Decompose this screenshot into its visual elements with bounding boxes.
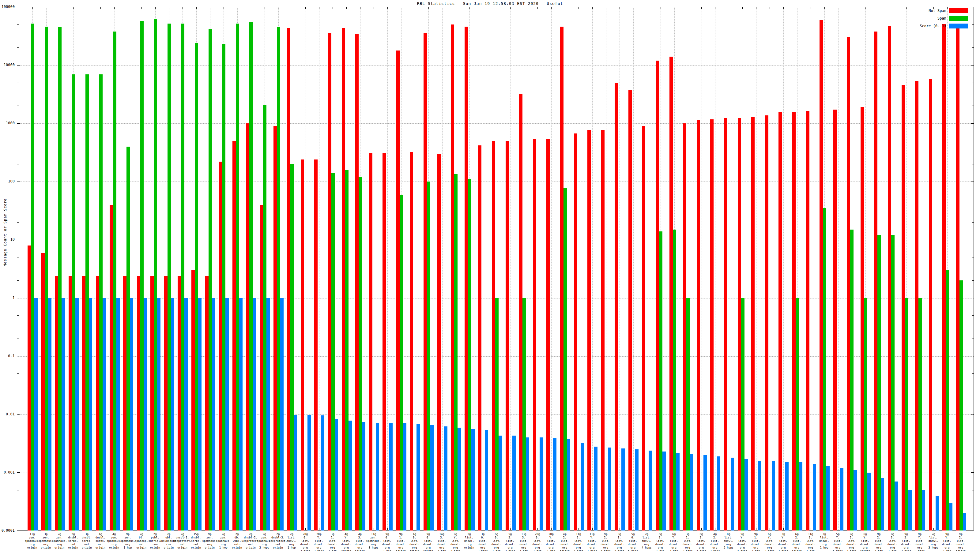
bar-not-spam [656,60,659,530]
x-tick-mark [73,7,73,9]
bar-spam [195,43,198,530]
y-tick-mark [17,123,20,124]
y-minor-tick [972,397,974,397]
bar-score [581,443,584,530]
bar-not-spam [670,57,673,530]
bar-not-spam [833,110,837,530]
y-minor-tick [17,106,19,106]
y-gridline [17,181,974,182]
x-gridline [606,7,606,530]
bar-score [75,298,79,530]
bar-score [717,456,720,530]
bar-score [253,298,256,530]
x-tick-mark [251,7,251,9]
bar-score [485,430,488,530]
bar-score [335,419,338,530]
bar-spam [113,32,116,530]
bar-spam [31,24,34,530]
x-tick-mark [292,7,292,9]
y-minor-tick [972,513,974,513]
bar-score [362,422,365,530]
x-tick-mark [128,7,128,9]
bar-score [731,457,734,530]
bar-not-spam [55,276,58,530]
bar-score [185,298,188,530]
x-tick-mark [155,7,156,9]
y-axis-label: Message Count or Spam Score [3,198,7,266]
bar-score [225,298,229,530]
bar-not-spam [492,141,495,530]
bar-spam [331,173,335,530]
bar-not-spam [96,276,99,530]
bar-score [157,298,161,530]
bar-score [745,459,748,530]
x-tick-label: 9@ 2. list. dnswl. org origin [942,533,979,551]
x-tick-mark [592,528,593,530]
y-minor-tick [972,106,974,106]
bar-score [662,451,666,530]
x-gridline [551,7,552,530]
bar-score [813,464,816,530]
x-tick-mark [647,528,647,530]
x-tick-mark [538,7,538,9]
bar-spam [427,181,430,530]
bar-not-spam [724,118,727,530]
y-minor-tick [972,373,974,374]
x-gridline [633,7,634,530]
bar-not-spam [546,139,550,530]
x-tick-mark [538,528,538,530]
bar-score [649,451,652,530]
bar-score [294,415,297,530]
x-gridline [305,7,306,530]
bar-score [949,503,953,530]
bar-score [62,298,65,530]
bar-not-spam [355,34,359,530]
bar-not-spam [410,152,413,530]
y-minor-tick [972,83,974,83]
x-tick-mark [387,528,388,530]
x-tick-mark [551,528,552,530]
x-tick-mark [469,7,469,9]
y-tick-mark [971,472,974,473]
y-minor-tick [972,280,974,281]
bar-score [772,461,775,530]
x-tick-mark [838,528,838,530]
x-gridline [838,7,838,530]
y-minor-tick [17,280,19,281]
bar-score [676,453,679,530]
bar-not-spam [423,33,427,530]
bar-score [307,415,311,530]
x-tick-mark [415,7,415,9]
bar-score [444,426,447,530]
bar-not-spam [929,79,932,530]
bar-not-spam [601,130,605,530]
bar-score [376,423,379,530]
x-tick-mark [852,7,852,9]
bar-spam [563,188,567,530]
bar-score [785,462,789,530]
bar-score [963,513,966,530]
x-gridline [770,7,770,530]
y-minor-tick [972,222,974,222]
bar-spam [126,147,130,530]
y-tick-mark [17,240,20,240]
bar-not-spam [438,154,441,530]
x-tick-mark [319,528,320,530]
y-minor-tick [17,513,19,513]
x-gridline [783,7,784,530]
y-minor-tick [17,455,19,455]
x-tick-mark [32,7,33,9]
x-tick-mark [374,528,374,530]
bar-score [48,298,51,530]
bar-not-spam [902,85,905,530]
y-tick-mark [17,298,20,298]
x-tick-mark [606,7,606,9]
x-tick-mark [332,7,333,9]
bar-spam [45,27,48,530]
bar-score [212,298,215,530]
x-tick-mark [483,528,483,530]
x-tick-mark [319,7,320,9]
bar-not-spam [82,276,86,530]
y-minor-tick [972,257,974,257]
bar-spam [946,270,949,530]
